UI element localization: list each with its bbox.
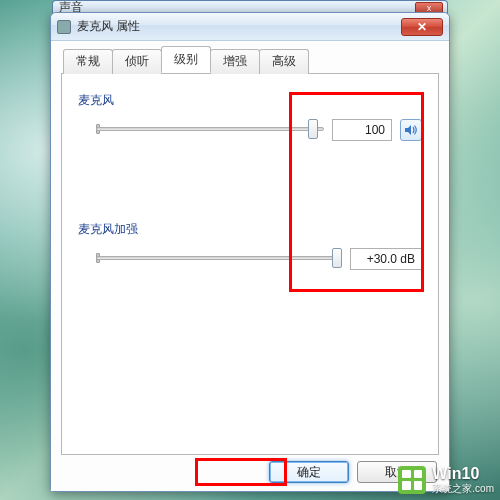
close-icon: ✕: [417, 20, 427, 34]
slider-track: [96, 256, 342, 260]
slider-track: [96, 127, 324, 131]
watermark-line2: 系统之家.com: [432, 483, 494, 494]
tab-strip: 常规 侦听 级别 增强 高级: [61, 50, 439, 74]
boost-row: +30.0 dB: [78, 242, 422, 276]
boost-slider[interactable]: [96, 249, 342, 269]
tab-listen[interactable]: 侦听: [112, 49, 162, 74]
mic-label: 麦克风: [78, 92, 422, 109]
tab-general[interactable]: 常规: [63, 49, 113, 74]
button-bar: 确定 取消: [61, 455, 439, 485]
app-icon: [57, 20, 71, 34]
levels-panel: 麦克风 100 麦克风加强: [61, 74, 439, 455]
tab-advanced[interactable]: 高级: [259, 49, 309, 74]
client-area: 常规 侦听 级别 增强 高级 麦克风 100: [51, 41, 449, 491]
watermark: Win10 系统之家.com: [398, 465, 494, 494]
titlebar[interactable]: 麦克风 属性 ✕: [51, 13, 449, 41]
boost-label: 麦克风加强: [78, 221, 422, 238]
watermark-logo-icon: [398, 466, 426, 494]
watermark-line1: Win10: [432, 465, 494, 483]
boost-slider-thumb[interactable]: [332, 248, 342, 268]
watermark-text: Win10 系统之家.com: [432, 465, 494, 494]
ok-button[interactable]: 确定: [269, 461, 349, 483]
window-title: 麦克风 属性: [77, 18, 140, 35]
mic-mute-button[interactable]: [400, 119, 422, 141]
mic-row: 100: [78, 113, 422, 147]
properties-dialog: 麦克风 属性 ✕ 常规 侦听 级别 增强 高级 麦克风 100: [50, 12, 450, 492]
boost-value-field[interactable]: +30.0 dB: [350, 248, 422, 270]
tab-levels[interactable]: 级别: [161, 46, 211, 73]
mic-value-field[interactable]: 100: [332, 119, 392, 141]
mic-slider-thumb[interactable]: [308, 119, 318, 139]
speaker-icon: [404, 123, 418, 137]
tab-enhancements[interactable]: 增强: [210, 49, 260, 74]
close-button[interactable]: ✕: [401, 18, 443, 36]
mic-slider[interactable]: [96, 120, 324, 140]
